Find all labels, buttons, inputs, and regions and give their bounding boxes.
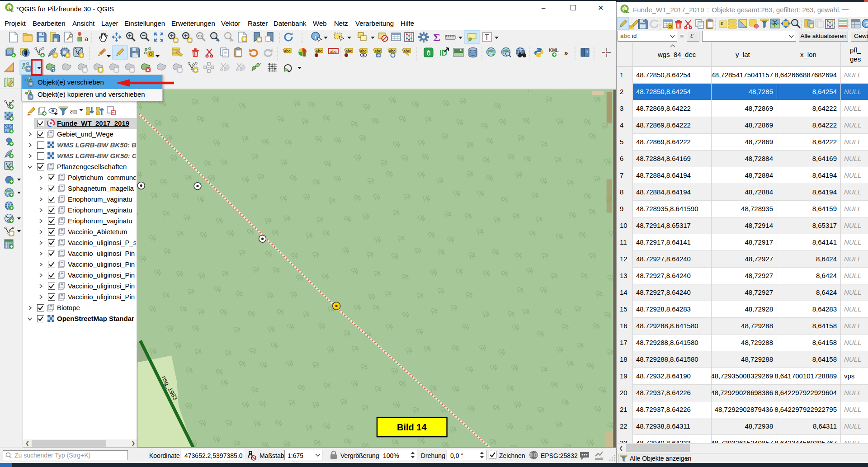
svg-text:abc: abc: [284, 49, 291, 53]
svg-text:KML: KML: [549, 48, 559, 53]
svg-text:»: »: [564, 49, 568, 57]
svg-text:ε: ε: [721, 19, 723, 26]
svg-text:?: ?: [585, 50, 588, 55]
svg-text:abc: abc: [374, 49, 381, 53]
svg-text:abc: abc: [389, 49, 396, 53]
svg-text:abc: abc: [403, 49, 410, 53]
svg-text:Σ: Σ: [433, 32, 440, 43]
svg-text:abc: abc: [316, 49, 322, 53]
svg-text:T: T: [485, 33, 489, 41]
svg-text:ε: ε: [70, 107, 73, 115]
svg-text:a: a: [85, 35, 89, 42]
svg-text:1:1: 1:1: [198, 34, 202, 38]
svg-text:abc: abc: [345, 49, 352, 53]
svg-text:i: i: [315, 33, 316, 40]
svg-text:abc: abc: [330, 49, 337, 54]
svg-text:Bild 14: Bild 14: [397, 422, 426, 432]
svg-text:abc: abc: [360, 49, 367, 53]
